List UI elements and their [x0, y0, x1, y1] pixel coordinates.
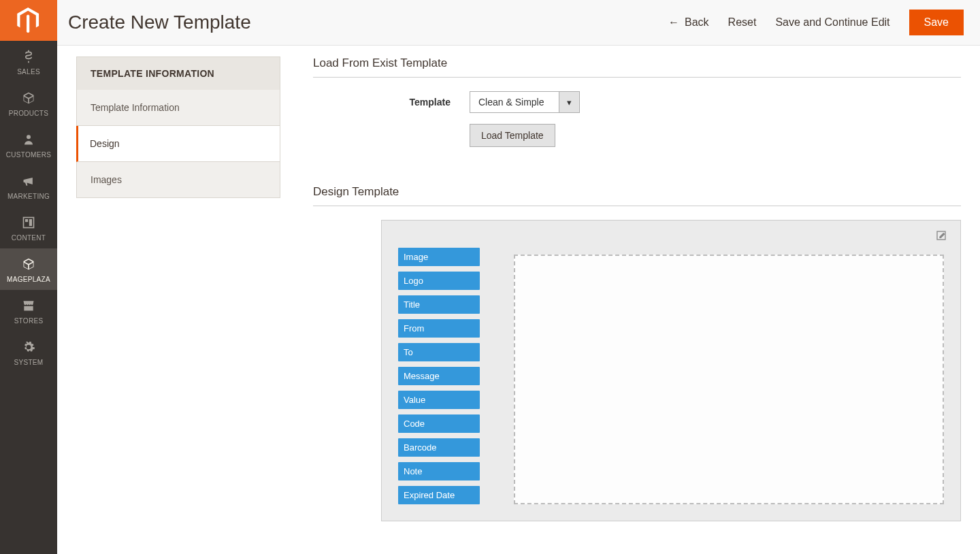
field-chip-message[interactable]: Message — [398, 367, 480, 385]
field-chip-barcode[interactable]: Barcode — [398, 438, 480, 457]
sidebar-item-marketing[interactable]: MARKETING — [0, 165, 57, 207]
field-chip-expired-date[interactable]: Expired Date — [398, 486, 480, 504]
edit-icon[interactable] — [936, 230, 947, 243]
header-actions: ← Back Reset Save and Continue Edit Save — [668, 10, 964, 35]
field-chip-image[interactable]: Image — [398, 248, 480, 266]
box-icon — [21, 257, 36, 272]
sidebar-item-sales[interactable]: SALES — [0, 41, 57, 82]
admin-sidebar: SALES PRODUCTS CUSTOMERS MARKETING CONTE… — [0, 0, 57, 549]
section-title: Load From Exist Template — [313, 56, 961, 78]
save-button[interactable]: Save — [909, 10, 964, 35]
tab-design[interactable]: Design — [76, 126, 280, 162]
svg-rect-2 — [25, 219, 28, 222]
svg-rect-1 — [24, 218, 34, 228]
chevron-down-icon: ▾ — [559, 92, 579, 112]
sidebar-item-system[interactable]: SYSTEM — [0, 331, 57, 373]
tab-images[interactable]: Images — [76, 162, 280, 198]
page-title: Create New Template — [68, 12, 251, 33]
field-chip-code[interactable]: Code — [398, 414, 480, 433]
page-header: Create New Template ← Back Reset Save an… — [57, 0, 980, 46]
layout-icon — [21, 215, 36, 230]
design-canvas: Image Logo Title From To Message Value C… — [381, 220, 961, 521]
template-drop-zone[interactable] — [514, 255, 944, 504]
sidebar-item-customers[interactable]: CUSTOMERS — [0, 124, 57, 165]
save-continue-button[interactable]: Save and Continue Edit — [775, 16, 889, 29]
template-label: Template — [313, 97, 470, 108]
load-template-section: Load From Exist Template Template Clean … — [313, 56, 961, 147]
fields-palette: Image Logo Title From To Message Value C… — [398, 237, 480, 504]
design-template-section: Design Template Image Logo Title From To… — [313, 185, 961, 521]
sidebar-item-content[interactable]: CONTENT — [0, 207, 57, 248]
field-chip-to[interactable]: To — [398, 343, 480, 361]
reset-button[interactable]: Reset — [728, 16, 757, 29]
back-button[interactable]: ← Back — [668, 16, 709, 29]
gear-icon — [21, 340, 36, 355]
field-chip-title[interactable]: Title — [398, 295, 480, 314]
field-chip-note[interactable]: Note — [398, 462, 480, 480]
sidebar-item-products[interactable]: PRODUCTS — [0, 82, 57, 124]
dollar-icon — [21, 49, 36, 64]
sidebar-item-stores[interactable]: STORES — [0, 290, 57, 331]
svg-rect-3 — [29, 219, 32, 226]
section-title: Design Template — [313, 185, 961, 206]
svg-point-0 — [27, 135, 31, 139]
load-template-button[interactable]: Load Template — [470, 124, 555, 147]
magento-logo[interactable] — [0, 0, 57, 41]
field-chip-value[interactable]: Value — [398, 391, 480, 409]
tabs-header: TEMPLATE INFORMATION — [76, 56, 280, 90]
person-icon — [21, 132, 36, 147]
tab-template-information[interactable]: Template Information — [76, 90, 280, 126]
box-icon — [21, 91, 36, 105]
sidebar-item-mageplaza[interactable]: MAGEPLAZA — [0, 248, 57, 290]
field-chip-from[interactable]: From — [398, 319, 480, 338]
megaphone-icon — [21, 174, 36, 189]
tabs-panel: TEMPLATE INFORMATION Template Informatio… — [76, 56, 280, 521]
template-select[interactable]: Clean & Simple ▾ — [470, 91, 580, 113]
arrow-left-icon: ← — [668, 16, 679, 29]
store-icon — [21, 298, 36, 313]
field-chip-logo[interactable]: Logo — [398, 272, 480, 290]
